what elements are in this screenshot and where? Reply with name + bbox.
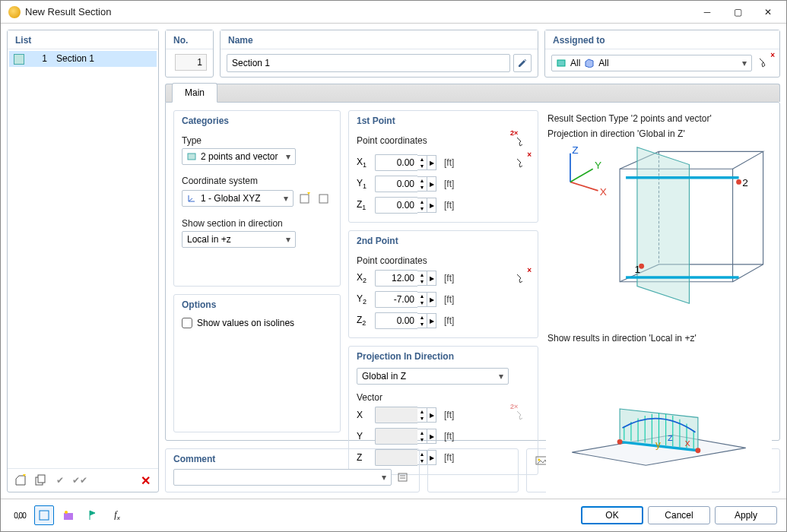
cancel-button[interactable]: Cancel	[648, 506, 710, 524]
comment-input[interactable]: ▾	[173, 469, 392, 486]
preview-3d-bottom[interactable]: z x y	[546, 348, 772, 496]
projection-select[interactable]: Global in Z ▾	[357, 368, 509, 385]
y1-spinner[interactable]: ▲▼	[417, 176, 427, 192]
svg-text:x: x	[685, 437, 690, 448]
new-coord-button[interactable]	[297, 190, 313, 207]
name-input[interactable]	[227, 54, 510, 72]
svg-text:X: X	[600, 186, 607, 198]
z1-spinner[interactable]: ▲▼	[417, 198, 427, 213]
comment-library-button[interactable]	[395, 469, 411, 486]
vector-label: Vector	[357, 392, 530, 403]
svg-point-30	[617, 439, 623, 445]
app-icon	[8, 6, 21, 18]
x1-input[interactable]	[375, 154, 417, 171]
apply-button[interactable]: Apply	[715, 506, 777, 524]
y2-menu[interactable]: ▶	[427, 292, 436, 307]
point2-header: 2nd Point	[349, 231, 538, 249]
minimize-button[interactable]: ─	[692, 2, 722, 23]
x2-spinner[interactable]: ▲▼	[417, 271, 427, 286]
window-title: New Result Section	[25, 6, 692, 17]
coord-system-select[interactable]: 1 - Global XYZ ▾	[182, 190, 294, 207]
new-item-button[interactable]	[12, 472, 29, 489]
svg-rect-3	[188, 154, 195, 160]
x2-menu[interactable]: ▶	[427, 271, 436, 286]
tab-main[interactable]: Main	[172, 83, 217, 103]
no-label: No.	[166, 30, 213, 49]
vy-input	[375, 428, 417, 445]
options-header: Options	[174, 295, 340, 313]
list-item-name: Section 1	[52, 51, 157, 67]
rename-button[interactable]	[513, 54, 532, 72]
titlebar: New Result Section ─ ▢ ✕	[1, 1, 786, 24]
copy-item-button[interactable]	[32, 472, 49, 489]
view-toggle-button[interactable]	[34, 505, 54, 525]
comment-header: Comment	[166, 449, 419, 467]
accept-button[interactable]: ✔	[52, 472, 68, 489]
vx-input	[375, 407, 417, 423]
z2-spinner[interactable]: ▲▼	[417, 313, 427, 328]
type-select[interactable]: 2 points and vector ▾	[182, 148, 296, 165]
assigned-panel: Assigned to All All ▾	[544, 30, 780, 78]
point1-coords-label: Point coordinates	[357, 135, 512, 148]
pick-point2-button[interactable]	[512, 269, 530, 287]
z2-menu[interactable]: ▶	[427, 313, 436, 328]
x1-menu[interactable]: ▶	[427, 155, 436, 170]
delete-button[interactable]: ✕	[137, 472, 154, 489]
svg-rect-5	[319, 195, 328, 203]
list-body[interactable]: 1 Section 1	[8, 49, 158, 468]
y2-spinner[interactable]: ▲▼	[417, 292, 427, 307]
y1-input[interactable]	[375, 176, 417, 192]
pick-point1-button[interactable]	[512, 154, 530, 172]
vx-menu: ▶	[427, 407, 436, 423]
assigned-pick-button[interactable]	[755, 54, 773, 72]
svg-line-8	[570, 182, 598, 191]
z1-input[interactable]	[375, 197, 417, 214]
svg-rect-1	[38, 475, 45, 483]
list-item[interactable]: 1 Section 1	[9, 51, 157, 67]
chevron-down-icon: ▾	[742, 58, 747, 68]
pick-2points-button[interactable]	[512, 132, 530, 150]
accept-all-button[interactable]: ✔✔	[71, 472, 88, 489]
type-label: Type	[182, 135, 332, 146]
tab-strip: Main	[165, 84, 780, 102]
close-button[interactable]: ✕	[753, 2, 783, 23]
y1-menu[interactable]: ▶	[427, 176, 436, 192]
svg-point-31	[695, 448, 700, 453]
preview-title-3: Show results in direction 'Local in +z'	[546, 330, 772, 348]
chevron-down-icon: ▾	[382, 472, 386, 483]
axes-icon	[187, 194, 196, 203]
svg-text:Z: Z	[572, 144, 578, 156]
maximize-button[interactable]: ▢	[722, 2, 753, 23]
isolines-checkbox[interactable]	[182, 318, 192, 328]
type-icon	[187, 152, 196, 161]
chevron-down-icon: ▾	[284, 193, 288, 204]
vx-spinner: ▲▼	[417, 407, 427, 423]
x1-spinner[interactable]: ▲▼	[417, 155, 427, 170]
chevron-down-icon: ▾	[286, 234, 290, 245]
assigned-select[interactable]: All All ▾	[551, 55, 752, 71]
chevron-down-icon: ▾	[286, 151, 290, 162]
show-direction-label: Show section in direction	[182, 218, 332, 229]
no-value[interactable]: 1	[175, 54, 207, 71]
function-button[interactable]: fx	[107, 505, 127, 525]
assigned-label: Assigned to	[545, 30, 779, 49]
flag-button[interactable]	[83, 505, 103, 525]
z1-menu[interactable]: ▶	[427, 198, 436, 213]
svg-rect-40	[40, 511, 49, 520]
edit-coord-button[interactable]	[316, 190, 332, 207]
z2-input[interactable]	[375, 312, 417, 329]
list-item-check-icon	[14, 54, 24, 65]
list-panel: List 1 Section 1 ✔ ✔✔ ✕	[7, 30, 159, 492]
preview-title-2: Projection in direction 'Global in Z'	[546, 128, 772, 144]
footer: 0,00 fx OK Cancel Apply	[1, 499, 786, 531]
units-button[interactable]: 0,00	[10, 505, 30, 525]
solid-icon	[585, 59, 594, 68]
show-direction-select[interactable]: Local in +z ▾	[182, 231, 296, 248]
ok-button[interactable]: OK	[581, 506, 643, 524]
x2-input[interactable]	[375, 270, 417, 287]
y2-input[interactable]	[375, 291, 417, 308]
render-button[interactable]	[59, 505, 78, 525]
list-header: List	[8, 30, 158, 49]
preview-3d-top[interactable]: Z X Y	[546, 143, 772, 325]
svg-text:1: 1	[635, 264, 641, 276]
